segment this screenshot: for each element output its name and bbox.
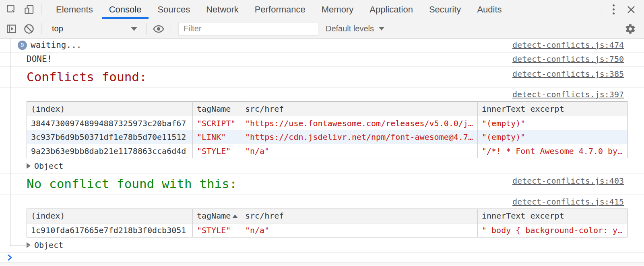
expand-triangle-icon (27, 242, 31, 248)
console-prompt[interactable] (0, 252, 644, 262)
close-devtools-button[interactable] (622, 0, 640, 19)
table-row: 3c937b6d9b50371df1e78b5d70e11512 "LINK" … (27, 130, 627, 144)
expand-triangle-icon (27, 163, 31, 169)
gear-icon (625, 23, 636, 35)
tab-security[interactable]: Security (421, 0, 469, 19)
table-row: 9a23b63e9bb8dab21e1178863cca6d4d "STYLE"… (27, 144, 627, 158)
object-label: Object (34, 161, 63, 171)
cell-tagname: "STYLE" (193, 144, 241, 158)
sidebar-panel-icon (6, 23, 17, 34)
console-toolbar: top Default levels (0, 19, 644, 39)
object-expander[interactable]: Object (0, 159, 644, 173)
sort-ascending-icon (232, 215, 238, 218)
source-link[interactable]: detect-conflicts.js:397 (512, 90, 624, 99)
message-text: DONE! (27, 55, 52, 64)
conflicts-table: (index) tagName src/href innerText excer… (27, 101, 627, 158)
tab-sources[interactable]: Sources (149, 0, 198, 19)
tab-elements[interactable]: Elements (48, 0, 101, 19)
cell-excerpt: "(empty)" (478, 116, 627, 130)
console-filter-input[interactable] (178, 22, 318, 36)
chevron-down-icon (131, 27, 137, 31)
conflicts-found-heading: Conflicts found: (27, 70, 147, 84)
cell-src: "n/a" (241, 144, 478, 158)
cell-tagname: "SCRIPT" (193, 116, 241, 130)
execution-context-selector[interactable]: top (45, 24, 143, 33)
context-label: top (52, 24, 63, 33)
cell-excerpt: "/*! * Font Awesome 4.7.0 by… (478, 144, 627, 158)
console-sidebar-toggle-button[interactable] (2, 23, 20, 34)
column-header-tagname-sorted[interactable]: tagName (193, 209, 241, 223)
devtools-bottom-edge (0, 262, 644, 266)
panel-tabs: Elements Console Sources Network Perform… (48, 0, 510, 19)
clear-console-button[interactable] (20, 23, 38, 35)
source-link[interactable]: detect-conflicts.js:385 (512, 70, 624, 78)
divider (146, 23, 147, 35)
column-header-src[interactable]: src/href (241, 102, 478, 116)
inspect-cursor-icon (6, 4, 17, 15)
column-header-excerpt[interactable]: innerText excerpt (478, 209, 627, 223)
source-link[interactable]: detect-conflicts.js:403 (512, 176, 624, 185)
inspect-element-button[interactable] (2, 0, 20, 19)
source-link[interactable]: detect-conflicts.js:474 (512, 41, 624, 49)
divider (41, 4, 41, 15)
console-message-no-conflict: No conflict found with this: detect-conf… (0, 173, 644, 194)
toolbar-right-controls (615, 23, 644, 35)
object-expander[interactable]: Object (0, 238, 644, 252)
divider (601, 4, 601, 15)
message-text: waiting... (31, 41, 81, 50)
console-message-conflicts-found: Conflicts found: detect-conflicts.js:385 (0, 66, 644, 87)
cell-excerpt: "(empty)" (478, 130, 627, 144)
table-row: 384473009748994887325973c20baf67 "SCRIPT… (27, 116, 627, 130)
cell-excerpt: " body { background-color: y… (478, 223, 627, 237)
console-table-message: detect-conflicts.js:415 (index) tagName … (0, 194, 644, 238)
tab-performance[interactable]: Performance (247, 0, 314, 19)
no-conflict-table: (index) tagName src/href innerText excer… (27, 209, 627, 237)
log-levels-dropdown[interactable]: Default levels (326, 24, 384, 33)
cell-src: "https://cdn.jsdelivr.net/npm/font-aweso… (241, 130, 478, 144)
console-table-message: detect-conflicts.js:397 (index) tagName … (0, 87, 644, 159)
more-options-button[interactable] (605, 0, 622, 19)
table-header-row: (index) tagName src/href innerText excer… (27, 209, 627, 223)
no-conflict-heading: No conflict found with this: (27, 176, 237, 191)
divider (618, 23, 618, 35)
repeat-count-badge: 9 (18, 41, 27, 50)
tab-audits[interactable]: Audits (469, 0, 510, 19)
tab-application[interactable]: Application (361, 0, 421, 19)
tabbar-right-controls (598, 0, 644, 19)
devtools-tabbar: Elements Console Sources Network Perform… (0, 0, 644, 19)
cell-index: 384473009748994887325973c20baf67 (27, 116, 193, 130)
ban-circle-icon (23, 23, 35, 35)
column-header-src[interactable]: src/href (241, 209, 478, 223)
chevron-down-icon (379, 27, 384, 31)
tab-network[interactable]: Network (198, 0, 247, 19)
cell-tagname: "STYLE" (193, 223, 241, 237)
levels-label: Default levels (326, 24, 374, 33)
console-message-done: DONE! detect-conflicts.js:750 (0, 52, 644, 66)
create-live-expression-button[interactable] (150, 23, 167, 35)
prompt-chevron-icon (6, 254, 14, 261)
divider (41, 23, 41, 35)
source-link[interactable]: detect-conflicts.js:750 (512, 55, 624, 63)
cell-src: "n/a" (241, 223, 478, 237)
tab-console[interactable]: Console (101, 0, 150, 19)
console-message-waiting: 9 waiting... detect-conflicts.js:474 (0, 39, 644, 52)
device-toolbar-icon (24, 4, 35, 15)
close-icon (627, 5, 636, 14)
console-messages-area: 9 waiting... detect-conflicts.js:474 DON… (0, 39, 644, 266)
source-link[interactable]: detect-conflicts.js:415 (512, 197, 624, 207)
group-indent-guide (10, 39, 10, 246)
object-label: Object (34, 240, 63, 250)
device-toolbar-button[interactable] (20, 0, 38, 19)
column-header-excerpt[interactable]: innerText excerpt (478, 102, 627, 116)
tab-memory[interactable]: Memory (314, 0, 361, 19)
divider (171, 23, 171, 35)
column-header-tagname[interactable]: tagName (193, 102, 241, 116)
column-header-index[interactable]: (index) (27, 209, 193, 223)
cell-src: "https://use.fontawesome.com/releases/v5… (241, 116, 478, 130)
console-settings-button[interactable] (621, 23, 639, 35)
cell-index: 3c937b6d9b50371df1e78b5d70e11512 (27, 130, 193, 144)
column-header-index[interactable]: (index) (27, 102, 193, 116)
table-row: 1c910fda617665e7fd218b3f0dcb3051 "STYLE"… (27, 223, 627, 237)
kebab-icon (613, 4, 615, 6)
table-header-row: (index) tagName src/href innerText excer… (27, 102, 627, 116)
